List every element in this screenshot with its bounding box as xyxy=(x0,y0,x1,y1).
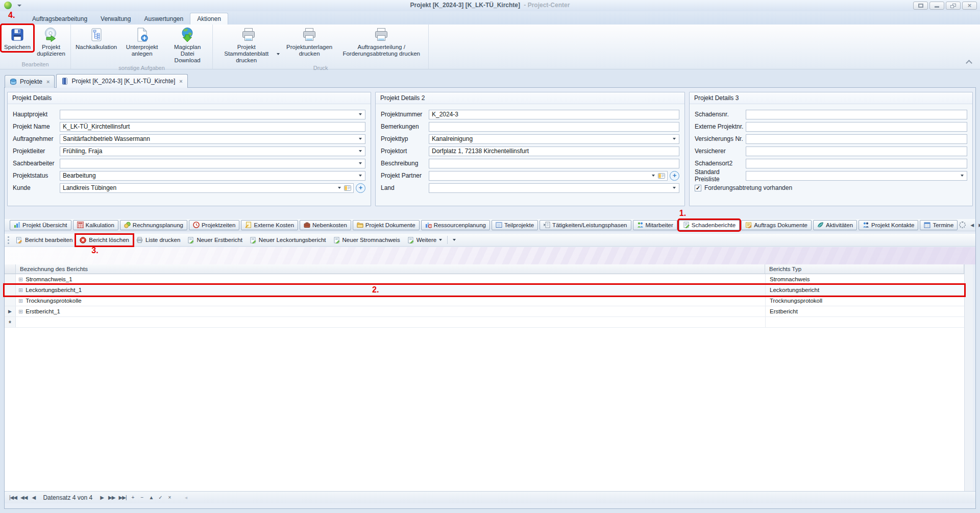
versicherer-field[interactable] xyxy=(746,146,967,156)
dropdown-arrow-icon[interactable] xyxy=(336,184,343,192)
dropdown-arrow-icon[interactable] xyxy=(357,172,364,180)
forderungsabtretung-checkbox[interactable]: ✓ xyxy=(695,185,701,191)
expand-row-icon[interactable]: ⊞ xyxy=(18,287,23,293)
new-erstbericht-button[interactable]: Neuer Erstbericht xyxy=(184,235,246,246)
tab-taetigkeiten-leistungsphasen[interactable]: Tätigkeiten/Leistungsphasen xyxy=(540,220,631,230)
dropdown-arrow-icon[interactable] xyxy=(357,159,364,168)
first-record-button[interactable]: |◀◀ xyxy=(8,493,18,502)
column-header-bezeichnung[interactable]: Bezeichnung des Berichts xyxy=(16,264,765,274)
projekt-name-field[interactable]: K_LK-TÜ_Kirchtellinsfurt xyxy=(60,122,365,132)
tab-mitarbeiter[interactable]: Mitarbeiter xyxy=(633,220,677,230)
column-header-berichts-typ[interactable]: Berichts Typ xyxy=(765,264,964,274)
table-row[interactable]: ⊞Stromnachweis_1 Stromnachweis xyxy=(5,274,964,285)
minimize-button[interactable] xyxy=(929,2,944,10)
duplicate-project-button[interactable]: Projekt duplizieren xyxy=(33,25,69,58)
ribbon-tab-aktionen[interactable]: Aktionen xyxy=(190,13,228,25)
restore-button[interactable] xyxy=(946,2,961,10)
post-edit-button[interactable]: ✓ xyxy=(156,493,164,502)
projektstatus-combo[interactable]: Bearbeitung xyxy=(60,171,365,181)
contact-card-icon[interactable] xyxy=(344,185,351,191)
tab-teilprojekte[interactable]: Teilprojekte xyxy=(492,220,538,230)
expand-row-icon[interactable]: ⊞ xyxy=(18,277,23,282)
close-button[interactable]: × xyxy=(962,2,977,10)
print-auftragserteilung-button[interactable]: Auftragserteilung / Forderungsabtretung … xyxy=(336,25,427,58)
add-partner-button[interactable]: + xyxy=(670,171,679,181)
delete-report-button[interactable]: 3. Bericht löschen xyxy=(76,235,133,246)
prev-page-button[interactable]: ◀◀ xyxy=(19,493,29,502)
tab-projekt-kontakte[interactable]: Projekt Kontakte xyxy=(859,220,918,230)
beschreibung-field[interactable] xyxy=(429,159,679,168)
kunde-combo[interactable]: Landkreis Tübingen xyxy=(60,183,354,193)
last-record-button[interactable]: ▶▶| xyxy=(117,493,128,502)
vertical-scrollbar[interactable] xyxy=(964,264,973,491)
schadensnr-field[interactable] xyxy=(746,110,967,119)
dropdown-arrow-icon[interactable] xyxy=(671,135,678,143)
expand-row-icon[interactable]: ⊞ xyxy=(18,309,23,314)
dropdown-arrow-icon[interactable] xyxy=(357,147,364,156)
tab-externe-kosten[interactable]: Externe Kosten xyxy=(241,220,298,230)
standard-preisliste-combo[interactable] xyxy=(746,171,967,181)
edit-report-button[interactable]: Bericht bearbeiten xyxy=(12,235,76,246)
edit-record-button[interactable]: ▲ xyxy=(146,493,155,502)
versicherungs-nr-field[interactable] xyxy=(746,134,967,144)
toolbar-overflow-button[interactable] xyxy=(449,235,459,246)
nachkalkulation-button[interactable]: Nachkalkulation xyxy=(72,25,120,51)
projektort-field[interactable]: Dorfplatz 1, 72138 Kirchentellinsfurt xyxy=(429,146,679,156)
tab-aktiv[interactable]: Aktivitäten xyxy=(813,220,857,230)
projekt-partner-combo[interactable] xyxy=(429,171,668,181)
contact-card-icon[interactable] xyxy=(658,173,665,179)
cancel-edit-button[interactable]: × xyxy=(165,493,174,502)
sachbearbeiter-combo[interactable] xyxy=(60,159,365,168)
tab-nebenkosten[interactable]: Nebenkosten xyxy=(300,220,351,230)
externe-projektnr-field[interactable] xyxy=(746,122,967,132)
table-row[interactable]: ⊞Trocknungsprotokolle Trocknungsprotokol… xyxy=(5,296,964,306)
tab-termine[interactable]: Termine xyxy=(920,220,958,230)
hauptprojekt-combo[interactable] xyxy=(60,110,365,119)
grid-empty-area[interactable] xyxy=(5,328,964,491)
print-projektunterlagen-button[interactable]: Projektunterlagen drucken xyxy=(283,25,336,58)
bemerkungen-field[interactable] xyxy=(429,122,679,132)
scroll-tabs-left-icon[interactable]: ◀ xyxy=(970,223,974,228)
table-row-highlighted[interactable]: 2. ⊞Leckortungsbericht_1 Leckortungsberi… xyxy=(5,285,964,296)
quick-access-dropdown-icon[interactable] xyxy=(17,5,21,7)
expand-row-icon[interactable]: ⊞ xyxy=(18,298,23,304)
doc-tab-projekte[interactable]: Projekte × xyxy=(5,75,55,88)
append-record-button[interactable]: + xyxy=(128,493,137,502)
save-button[interactable]: 4. Speichern xyxy=(2,25,33,51)
close-tab-icon[interactable]: × xyxy=(179,78,182,84)
dropdown-arrow-icon[interactable] xyxy=(650,172,657,180)
add-kunde-button[interactable]: + xyxy=(356,183,365,193)
close-tab-icon[interactable]: × xyxy=(46,79,50,85)
dropdown-arrow-icon[interactable] xyxy=(357,135,364,143)
schadensort2-field[interactable] xyxy=(746,159,967,168)
tab-auftrags-dokumente[interactable]: Auftrags Dokumente xyxy=(741,220,812,230)
tab-kalkulation[interactable]: Kalkulation xyxy=(73,220,118,230)
delete-record-button[interactable]: − xyxy=(137,493,146,502)
print-stammdatenblatt-button[interactable]: Projekt Stammdatenblatt drucken xyxy=(214,25,283,64)
table-row-current[interactable]: ▶ ⊞Erstbericht_1 Erstbericht xyxy=(5,306,964,317)
projekttyp-combo[interactable]: Kanalreinigung xyxy=(429,134,679,144)
new-stromnachweis-button[interactable]: Neuer Stromnachweis xyxy=(330,235,404,246)
tab-projektzeiten[interactable]: Projektzeiten xyxy=(189,220,239,230)
hscroll-left-icon[interactable]: ◂ xyxy=(181,493,190,502)
gear-icon[interactable] xyxy=(959,222,966,228)
tab-schadenberichte[interactable]: 1. Schadenberichte xyxy=(679,220,740,230)
tab-rechnungsplanung[interactable]: Rechnungsplanung xyxy=(120,220,187,230)
print-list-button[interactable]: Liste drucken xyxy=(133,235,184,246)
auftragnehmer-combo[interactable]: Sanitärfachbetrieb Wassermann xyxy=(60,134,365,144)
land-combo[interactable] xyxy=(429,183,679,193)
next-record-button[interactable]: ▶ xyxy=(97,493,106,502)
table-row-new[interactable]: * xyxy=(5,317,964,328)
fullscreen-button[interactable] xyxy=(913,2,928,10)
projektnummer-field[interactable]: K_2024-3 xyxy=(429,110,679,119)
ribbon-tab-auftragsbearbeitung[interactable]: Auftragsbearbeitung xyxy=(26,13,94,25)
projektleiter-combo[interactable]: Frühling, Fraja xyxy=(60,146,365,156)
ribbon-tab-auswertungen[interactable]: Auswertungen xyxy=(137,13,190,25)
weitere-button[interactable]: Weitere xyxy=(404,235,446,246)
new-leckortungsbericht-button[interactable]: Neuer Leckortungsbericht xyxy=(246,235,330,246)
ribbon-tab-verwaltung[interactable]: Verwaltung xyxy=(94,13,137,25)
prev-record-button[interactable]: ◀ xyxy=(29,493,38,502)
magicplan-download-button[interactable]: Magicplan Datei Download xyxy=(164,25,211,64)
tab-projekt-uebersicht[interactable]: Projekt Übersicht xyxy=(10,220,71,230)
dropdown-arrow-icon[interactable] xyxy=(357,110,364,119)
